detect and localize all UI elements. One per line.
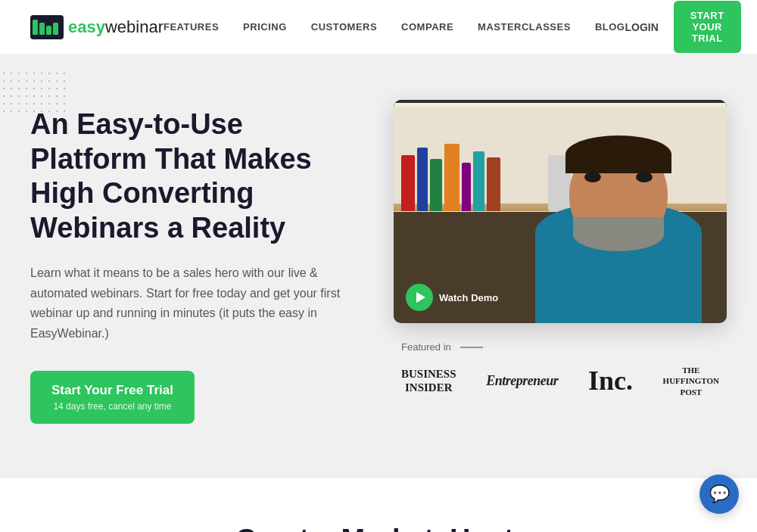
featured-divider [460,347,483,348]
start-trial-button-hero[interactable]: Start Your Free Trial 14 days free, canc… [30,371,195,424]
video-play-button[interactable]: Watch Demo [406,284,498,311]
featured-logos: BUSINESSINSIDER Entrepreneur Inc. THEHUF… [401,365,719,397]
svg-rect-3 [46,26,51,35]
dots-decoration [0,70,68,115]
nav-masterclasses[interactable]: MASTERCLASSES [478,21,571,33]
hero-section: An Easy-to-Use Platform That Makes High … [0,54,757,478]
logo-icon [30,15,64,39]
logo-text: easywebinar [68,17,164,37]
hero-content: An Easy-to-Use Platform That Makes High … [30,100,363,424]
featured-label: Featured in [401,341,719,353]
hero-title: An Easy-to-Use Platform That Makes High … [30,107,363,245]
svg-rect-1 [33,20,38,35]
featured-section: Featured in BUSINESSINSIDER Entrepreneur… [394,341,727,397]
ent-logo-text: Entrepreneur [486,373,558,389]
bottom-title: Create. Market. Host. [30,524,727,532]
chat-icon: 💬 [709,484,730,504]
start-trial-button-nav[interactable]: START YOUR TRIAL [674,1,741,53]
play-circle [406,284,433,311]
nav-customers[interactable]: CUSTOMERS [311,21,377,33]
business-insider-logo: BUSINESSINSIDER [401,367,456,394]
entrepreneur-logo: Entrepreneur [486,373,558,389]
watch-demo-label: Watch Demo [439,292,498,303]
svg-rect-4 [53,23,58,35]
inc-logo-text: Inc. [588,365,633,397]
cta-main-label: Start Your Free Trial [51,383,173,398]
hero-subtitle: Learn what it means to be a sales hero w… [30,263,348,344]
svg-rect-2 [39,23,45,35]
play-triangle-icon [416,292,425,303]
logo[interactable]: easywebinar [30,15,164,39]
hp-logo-text: THEHUFFINGTONPOST [663,365,719,397]
login-button[interactable]: LOGIN [625,21,658,33]
nav-actions: LOGIN START YOUR TRIAL [625,1,740,53]
navbar: easywebinar FEATURES PRICING CUSTOMERS C… [0,0,757,54]
video-thumbnail[interactable]: Watch Demo [394,100,727,323]
bottom-section: Create. Market. Host. [0,478,757,532]
nav-features[interactable]: FEATURES [164,21,219,33]
nav-compare[interactable]: COMPARE [401,21,453,33]
huffington-post-logo: THEHUFFINGTONPOST [663,365,719,397]
bi-logo-text: BUSINESSINSIDER [401,367,456,394]
cta-sub-label: 14 days free, cancel any time [51,401,173,412]
hero-right: Watch Demo Featured in BUSINESSINSIDER E… [363,100,727,397]
nav-blog[interactable]: BLOG [595,21,625,33]
inc-logo: Inc. [588,365,633,397]
nav-pricing[interactable]: PRICING [243,21,287,33]
chat-button[interactable]: 💬 [699,474,739,514]
nav-links: FEATURES PRICING CUSTOMERS COMPARE MASTE… [164,21,625,33]
